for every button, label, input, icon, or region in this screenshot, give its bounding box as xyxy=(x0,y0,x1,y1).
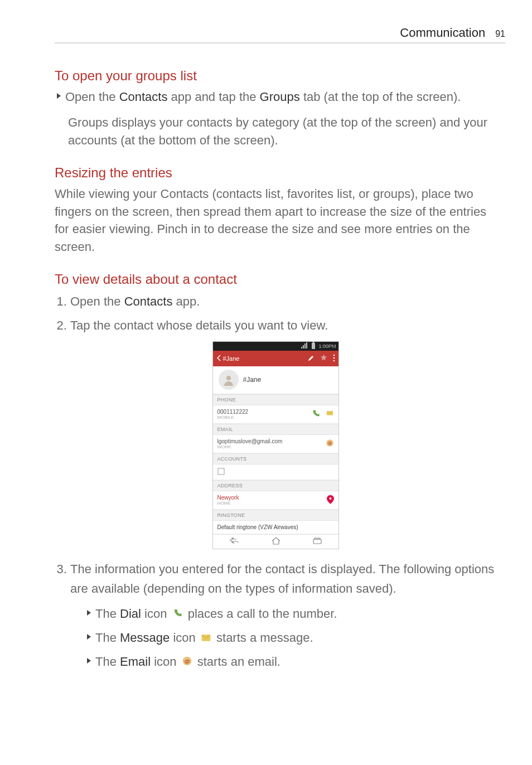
sub-bullet-text: The Dial icon places a call to the numbe… xyxy=(95,605,337,623)
accounts-row[interactable] xyxy=(213,464,338,480)
phone-screenshot: 1:00PM #Jane xyxy=(212,341,339,549)
bullet-text: Open the Contacts app and tap the Groups… xyxy=(65,88,461,106)
message-label: Message xyxy=(120,631,170,645)
triangle-bullet-icon xyxy=(87,610,91,616)
signal-icon xyxy=(301,342,308,351)
phone-number: 0001112222 xyxy=(217,409,249,415)
step-2: Tap the contact whose details you want t… xyxy=(70,316,496,335)
sub-bullet-text: The Email icon @ starts an email. xyxy=(95,653,280,671)
svg-point-5 xyxy=(226,376,231,380)
text-fragment: icon xyxy=(151,655,180,669)
dial-label: Dial xyxy=(120,607,141,621)
text-fragment: app and tap the xyxy=(167,90,259,104)
title-actions xyxy=(308,354,335,363)
text-fragment: The xyxy=(95,607,120,621)
sub-bullet-dial: The Dial icon places a call to the numbe… xyxy=(87,605,496,623)
sub-bullet-email: The Email icon @ starts an email. xyxy=(87,653,496,671)
status-time: 1:00PM xyxy=(318,343,336,349)
edit-pencil-icon[interactable] xyxy=(308,355,315,362)
email-at-icon[interactable]: @ xyxy=(326,439,334,448)
phone-nav-bar xyxy=(213,534,338,549)
ringtone-row[interactable]: Default ringtone (VZW Airwaves) xyxy=(213,521,338,534)
section-accounts: ACCOUNTS xyxy=(213,453,338,464)
svg-point-2 xyxy=(333,354,335,356)
address-type: HOME xyxy=(217,501,239,506)
svg-point-4 xyxy=(333,360,335,361)
triangle-bullet-icon xyxy=(87,634,91,640)
email-type: WORK xyxy=(217,444,283,449)
address-row[interactable]: Newyork HOME xyxy=(213,491,338,510)
text-fragment: starts an email. xyxy=(194,655,280,669)
text-fragment: tab (at the top of the screen). xyxy=(300,90,461,104)
svg-point-3 xyxy=(333,357,335,359)
heading-view-details: To view details about a contact xyxy=(55,272,496,287)
email-row[interactable]: lgoptimuslove@gmail.com WORK @ xyxy=(213,435,338,453)
steps-list: Open the Contacts app. Tap the contact w… xyxy=(70,292,496,335)
back-chevron-icon[interactable] xyxy=(216,355,221,362)
sub-bullet-message: The Message icon starts a message. xyxy=(87,629,496,647)
message-icon[interactable] xyxy=(326,409,334,419)
svg-text:@: @ xyxy=(327,440,332,446)
avatar-icon[interactable] xyxy=(219,370,239,390)
groups-description: Groups displays your contacts by categor… xyxy=(68,114,496,149)
email-label: Email xyxy=(120,655,151,669)
account-box-icon xyxy=(217,468,225,475)
phone-type: MOBILE xyxy=(217,415,249,420)
phone-status-bar: 1:00PM xyxy=(213,342,338,351)
svg-rect-1 xyxy=(313,342,315,343)
step-1: Open the Contacts app. xyxy=(70,292,496,311)
svg-rect-11 xyxy=(313,539,321,544)
resizing-description: While viewing your Contacts (contacts li… xyxy=(55,185,496,256)
step-3: The information you entered for the cont… xyxy=(70,559,496,672)
sub-bullet-list: The Dial icon places a call to the numbe… xyxy=(85,605,496,671)
contact-hero: #Jane xyxy=(213,366,338,394)
step-3-text: The information you entered for the cont… xyxy=(70,562,494,595)
svg-rect-6 xyxy=(326,411,332,415)
text-fragment: The xyxy=(95,655,120,669)
text-fragment: Open the xyxy=(70,294,124,308)
section-ringtone: RINGTONE xyxy=(213,510,338,521)
text-fragment: The xyxy=(95,631,120,645)
battery-icon xyxy=(309,342,317,351)
sub-bullet-text: The Message icon starts a message. xyxy=(95,629,313,647)
nav-recent-icon[interactable] xyxy=(313,538,322,545)
text-fragment: app. xyxy=(172,294,200,308)
star-favorite-icon[interactable] xyxy=(320,354,327,362)
nav-home-icon[interactable] xyxy=(272,537,280,546)
nav-back-icon[interactable] xyxy=(229,538,239,545)
bullet-open-contacts: Open the Contacts app and tap the Groups… xyxy=(57,88,496,106)
triangle-bullet-icon xyxy=(87,658,91,664)
heading-resizing: Resizing the entries xyxy=(55,165,496,181)
phone-title-bar[interactable]: #Jane xyxy=(213,351,338,366)
text-fragment: icon xyxy=(170,631,199,645)
phone-row[interactable]: 0001112222 MOBILE xyxy=(213,405,338,424)
map-pin-icon[interactable] xyxy=(327,495,334,505)
section-phone: PHONE xyxy=(213,394,338,405)
svg-rect-0 xyxy=(312,343,315,349)
svg-rect-9 xyxy=(218,468,224,475)
steps-list-continued: The information you entered for the cont… xyxy=(70,559,496,672)
dial-icon xyxy=(173,605,182,623)
text-fragment: places a call to the number. xyxy=(185,607,337,621)
message-icon xyxy=(201,629,211,647)
page-content: To open your groups list Open the Contac… xyxy=(55,68,496,677)
text-fragment: icon xyxy=(141,607,171,621)
email-value: lgoptimuslove@gmail.com xyxy=(217,438,283,444)
contact-title: #Jane xyxy=(223,355,240,362)
contacts-app-name: Contacts xyxy=(119,90,168,104)
email-at-icon: @ xyxy=(182,653,192,671)
section-address: ADDRESS xyxy=(213,480,338,491)
title-left[interactable]: #Jane xyxy=(216,355,240,362)
contact-name: #Jane xyxy=(243,376,262,384)
groups-tab-name: Groups xyxy=(260,90,300,104)
section-email: EMAIL xyxy=(213,424,338,435)
heading-open-groups: To open your groups list xyxy=(55,68,496,84)
text-fragment: starts a message. xyxy=(213,631,313,645)
overflow-menu-icon[interactable] xyxy=(333,354,335,363)
svg-text:@: @ xyxy=(184,659,190,665)
dial-icon[interactable] xyxy=(312,409,320,419)
ringtone-value: Default ringtone (VZW Airwaves) xyxy=(217,524,298,530)
text-fragment: Open the xyxy=(65,90,119,104)
svg-rect-12 xyxy=(315,538,320,539)
svg-point-10 xyxy=(329,497,331,500)
